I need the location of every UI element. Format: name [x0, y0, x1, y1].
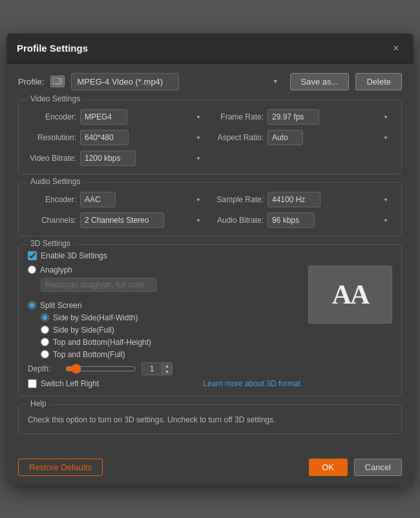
video-bitrate-label: Video Bitrate: — [28, 154, 76, 163]
depth-label: Depth: — [28, 364, 60, 373]
sample-rate-label: Sample Rate: — [215, 195, 264, 204]
audio-encoder-select-wrapper: AAC — [80, 192, 205, 207]
anaglyph-label: Anaglyph — [40, 265, 72, 275]
help-text: Check this option to turn on 3D settings… — [28, 414, 392, 426]
depth-spinner: 1 ▲ ▼ — [142, 362, 173, 375]
depth-value[interactable]: 1 — [142, 363, 162, 375]
profile-select-wrapper: MPEG-4 Video (*.mp4) — [71, 73, 283, 90]
aspect-ratio-row: Aspect Ratio: Auto — [215, 130, 392, 145]
resolution-row: Resolution: 640*480 — [28, 130, 205, 145]
profile-icon — [50, 76, 65, 87]
video-encoder-select-wrapper: MPEG4 — [80, 109, 205, 125]
frame-rate-label: Frame Rate: — [215, 112, 264, 121]
split-side-half-row: Side by Side(Half-Width) — [41, 313, 300, 322]
switch-lr-row: Switch Left Right Learn more about 3D fo… — [28, 379, 300, 388]
aa-preview-text: AA — [332, 279, 369, 310]
split-top-half-row: Top and Bottom(Half-Height) — [41, 338, 300, 347]
sample-rate-select[interactable]: 44100 Hz — [268, 192, 320, 207]
audio-encoder-row: Encoder: AAC — [28, 192, 205, 207]
split-top-full-row: Top and Bottom(Full) — [41, 350, 300, 359]
channels-select[interactable]: 2 Channels Stereo — [80, 212, 164, 228]
video-bitrate-select[interactable]: 1200 kbps — [80, 150, 136, 166]
spinner-up[interactable]: ▲ — [162, 363, 172, 369]
learn-more-link[interactable]: Learn more about 3D format — [203, 379, 300, 388]
frame-rate-select[interactable]: 29.97 fps — [268, 109, 319, 125]
audio-encoder-select[interactable]: AAC — [80, 192, 116, 207]
help-section: Help Check this option to turn on 3D set… — [18, 404, 402, 434]
top-half-radio[interactable] — [41, 338, 49, 346]
channels-select-wrapper: 2 Channels Stereo — [80, 212, 205, 228]
aspect-ratio-select[interactable]: Auto — [268, 130, 303, 145]
top-full-radio[interactable] — [41, 350, 49, 358]
resolution-select[interactable]: 640*480 — [80, 130, 129, 145]
profile-select[interactable]: MPEG-4 Video (*.mp4) — [71, 73, 179, 90]
video-bitrate-select-wrapper: 1200 kbps — [80, 150, 205, 166]
anaglyph-select-wrapper: Red/cyan anaglyph, full color — [28, 278, 300, 296]
close-button[interactable]: × — [389, 41, 403, 56]
audio-settings-section: Audio Settings Encoder: AAC Sample Rate: — [18, 182, 402, 236]
side-half-label: Side by Side(Half-Width) — [53, 313, 138, 322]
aa-preview: AA — [308, 265, 392, 324]
save-as-button[interactable]: Save as... — [290, 73, 350, 90]
enable-3d-row: Enable 3D Settings — [28, 251, 392, 260]
dialog-content: Profile: MPEG-4 Video (*.mp4) Save as...… — [6, 64, 414, 452]
restore-defaults-button[interactable]: Restore Defaults — [18, 459, 103, 476]
split-screen-row: Split Screen — [28, 301, 300, 310]
audio-bitrate-select[interactable]: 96 kbps — [268, 212, 315, 228]
switch-lr-checkbox[interactable] — [28, 379, 37, 388]
aspect-ratio-select-wrapper: Auto — [268, 130, 392, 145]
side-full-radio[interactable] — [41, 326, 49, 334]
depth-row: Depth: 1 ▲ ▼ — [28, 362, 300, 375]
video-settings-grid: Encoder: MPEG4 Frame Rate: 29.97 fps — [28, 109, 392, 166]
profile-label: Profile: — [18, 77, 44, 87]
video-encoder-label: Encoder: — [28, 112, 76, 121]
audio-settings-grid: Encoder: AAC Sample Rate: 44100 Hz — [28, 192, 392, 228]
anaglyph-radio[interactable] — [28, 265, 36, 274]
footer-right: OK Cancel — [309, 459, 402, 476]
3d-settings-title: 3D Settings — [26, 239, 74, 248]
help-title: Help — [26, 399, 50, 408]
video-settings-title: Video Settings — [26, 94, 84, 103]
channels-row: Channels: 2 Channels Stereo — [28, 212, 205, 228]
aspect-ratio-label: Aspect Ratio: — [215, 133, 264, 142]
audio-bitrate-select-wrapper: 96 kbps — [268, 212, 392, 228]
resolution-select-wrapper: 640*480 — [80, 130, 205, 145]
cancel-button[interactable]: Cancel — [354, 459, 402, 476]
switch-lr-checkbox-row: Switch Left Right — [28, 379, 99, 388]
spinner-arrows: ▲ ▼ — [162, 363, 172, 375]
svg-rect-2 — [54, 81, 60, 82]
spinner-down[interactable]: ▼ — [162, 369, 172, 375]
3d-left: Anaglyph Red/cyan anaglyph, full color S… — [28, 265, 300, 388]
video-encoder-select[interactable]: MPEG4 — [80, 109, 127, 125]
3d-layout: Anaglyph Red/cyan anaglyph, full color S… — [28, 265, 392, 388]
ok-button[interactable]: OK — [309, 459, 348, 476]
svg-rect-1 — [54, 79, 59, 81]
sample-rate-select-wrapper: 44100 Hz — [268, 192, 392, 207]
enable-3d-checkbox[interactable] — [28, 251, 37, 260]
title-bar: Profile Settings × — [6, 34, 414, 64]
side-full-label: Side by Side(Full) — [53, 326, 114, 335]
audio-bitrate-label: Audio Bitrate: — [215, 216, 264, 225]
video-bitrate-row: Video Bitrate: 1200 kbps — [28, 150, 205, 166]
depth-slider[interactable] — [65, 364, 136, 374]
split-screen-radio[interactable] — [28, 301, 36, 309]
3d-settings-section: 3D Settings Enable 3D Settings Anaglyph … — [18, 244, 402, 397]
audio-bitrate-row: Audio Bitrate: 96 kbps — [215, 212, 392, 228]
frame-rate-select-wrapper: 29.97 fps — [268, 109, 392, 125]
profile-row: Profile: MPEG-4 Video (*.mp4) Save as...… — [18, 73, 402, 90]
anaglyph-select[interactable]: Red/cyan anaglyph, full color — [41, 278, 157, 292]
split-screen-label: Split Screen — [40, 301, 82, 310]
anaglyph-row: Anaglyph — [28, 265, 300, 275]
delete-button[interactable]: Delete — [355, 73, 402, 90]
dialog-title: Profile Settings — [17, 43, 88, 54]
svg-rect-3 — [54, 83, 58, 83]
video-encoder-row: Encoder: MPEG4 — [28, 109, 205, 125]
frame-rate-row: Frame Rate: 29.97 fps — [215, 109, 392, 125]
channels-label: Channels: — [28, 216, 76, 225]
side-half-radio[interactable] — [41, 313, 49, 322]
sample-rate-row: Sample Rate: 44100 Hz — [215, 192, 392, 207]
audio-encoder-label: Encoder: — [28, 195, 76, 204]
audio-settings-title: Audio Settings — [26, 177, 84, 186]
enable-3d-label: Enable 3D Settings — [41, 251, 107, 260]
switch-lr-label: Switch Left Right — [41, 379, 99, 388]
